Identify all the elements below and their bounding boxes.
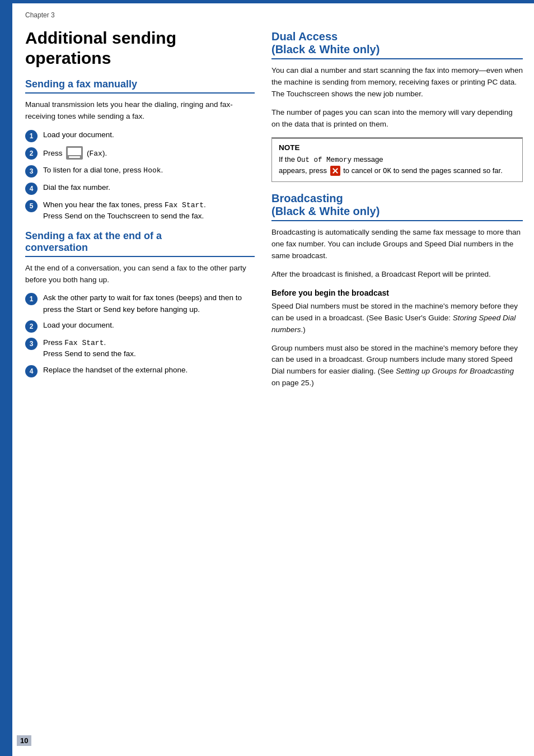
step-num-1: 1 bbox=[25, 130, 38, 142]
step2-num-1: 1 bbox=[25, 293, 38, 305]
section4-subheading: Before you begin the broadcast bbox=[271, 288, 523, 297]
step-1-2: 2 Press (Fax). bbox=[25, 147, 255, 160]
step-2-4: 4 Replace the handset of the external ph… bbox=[25, 365, 255, 377]
step-content-5: When you hear the fax tones, press Fax S… bbox=[43, 199, 255, 222]
step-1-4: 4 Dial the fax number. bbox=[25, 182, 255, 195]
right-column: Dual Access(Black & White only) You can … bbox=[266, 28, 534, 756]
section2-intro: At the end of a conversation, you can se… bbox=[25, 263, 255, 286]
section-fax-end-conversation: Sending a fax at the end of aconversatio… bbox=[25, 230, 255, 377]
step-2-2: 2 Load your document. bbox=[25, 320, 255, 333]
section-dual-access: Dual Access(Black & White only) You can … bbox=[271, 30, 523, 182]
step2-content-3: Press Fax Start. Press Send to send the … bbox=[43, 337, 255, 360]
section2-steps: 1 Ask the other party to wait for fax to… bbox=[25, 292, 255, 377]
section3-para2: The number of pages you can scan into th… bbox=[271, 107, 523, 130]
section4-para2: After the broadcast is finished, a Broad… bbox=[271, 269, 523, 281]
top-bar bbox=[12, 0, 534, 3]
main-title: Additional sending operations bbox=[25, 28, 255, 68]
main-content: Additional sending operations Sending a … bbox=[25, 28, 534, 756]
blue-sidebar bbox=[0, 0, 12, 756]
section4-heading: Broadcasting(Black & White only) bbox=[271, 192, 523, 221]
step-1-5: 5 When you hear the fax tones, press Fax… bbox=[25, 199, 255, 222]
step-num-4: 4 bbox=[25, 183, 38, 195]
step-2-3: 3 Press Fax Start. Press Send to send th… bbox=[25, 337, 255, 360]
step2-content-4: Replace the handset of the external phon… bbox=[43, 365, 255, 376]
section1-heading: Sending a fax manually bbox=[25, 78, 255, 94]
left-column: Additional sending operations Sending a … bbox=[25, 28, 266, 756]
fax-icon bbox=[66, 146, 83, 160]
section-broadcasting: Broadcasting(Black & White only) Broadca… bbox=[271, 192, 523, 389]
section4-para3: Speed Dial numbers must be stored in the… bbox=[271, 301, 523, 336]
section3-heading: Dual Access(Black & White only) bbox=[271, 30, 523, 59]
step-content-4: Dial the fax number. bbox=[43, 182, 255, 193]
note-text: If the Out of Memory message appears, pr… bbox=[279, 154, 516, 178]
step-content-2: Press (Fax). bbox=[43, 147, 255, 160]
step2-content-2: Load your document. bbox=[43, 320, 255, 331]
step-content-1: Load your document. bbox=[43, 129, 255, 141]
step2-num-2: 2 bbox=[25, 320, 38, 333]
step2-content-1: Ask the other party to wait for fax tone… bbox=[43, 292, 255, 315]
step-num-2: 2 bbox=[25, 147, 38, 160]
step2-num-3: 3 bbox=[25, 338, 38, 350]
chapter-label: Chapter 3 bbox=[25, 11, 55, 19]
step-1-1: 1 Load your document. bbox=[25, 129, 255, 142]
step-1-3: 3 To listen for a dial tone, press Hook. bbox=[25, 165, 255, 178]
note-box: NOTE If the Out of Memory message appear… bbox=[271, 137, 523, 183]
step-content-3: To listen for a dial tone, press Hook. bbox=[43, 165, 255, 176]
section1-steps: 1 Load your document. 2 Press (Fax). bbox=[25, 129, 255, 222]
step2-num-4: 4 bbox=[25, 365, 38, 377]
x-cancel-icon bbox=[330, 166, 340, 176]
step-num-3: 3 bbox=[25, 165, 38, 178]
note-label: NOTE bbox=[279, 143, 516, 152]
section-fax-manually: Sending a fax manually Manual transmissi… bbox=[25, 78, 255, 222]
section1-intro: Manual transmission lets you hear the di… bbox=[25, 99, 255, 123]
section2-heading: Sending a fax at the end of aconversatio… bbox=[25, 230, 255, 257]
section4-para4: Group numbers must also be stored in the… bbox=[271, 343, 523, 390]
section3-para1: You can dial a number and start scanning… bbox=[271, 65, 523, 100]
step-num-5: 5 bbox=[25, 200, 38, 212]
step-2-1: 1 Ask the other party to wait for fax to… bbox=[25, 292, 255, 315]
section4-para1: Broadcasting is automatically sending th… bbox=[271, 227, 523, 262]
